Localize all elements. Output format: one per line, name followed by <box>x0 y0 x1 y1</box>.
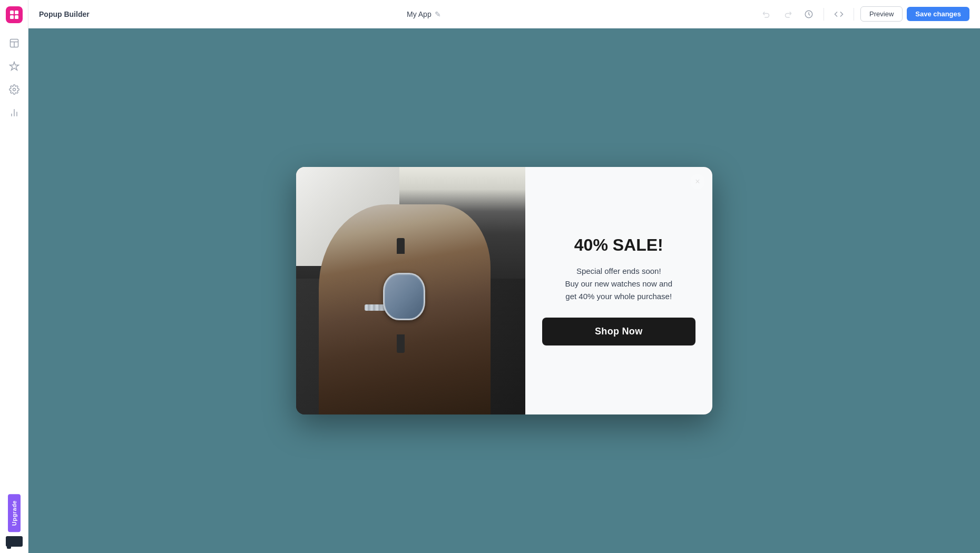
svg-rect-3 <box>15 15 18 19</box>
canvas[interactable]: × 40% SALE! Special offer ends soon! Buy… <box>28 28 980 553</box>
shop-now-button[interactable]: Shop Now <box>542 318 696 345</box>
code-button[interactable] <box>830 6 847 23</box>
svg-rect-0 <box>10 11 14 14</box>
svg-point-7 <box>13 88 15 91</box>
popup-description: Special offer ends soon! Buy our new wat… <box>565 265 672 303</box>
popup-close-button[interactable]: × <box>690 174 705 189</box>
sidebar: Upgrade <box>0 0 28 553</box>
topbar: Popup Builder My App ✎ <box>28 0 980 28</box>
history-button[interactable] <box>800 6 817 23</box>
watch-strap-bottom <box>397 334 405 353</box>
app-name-area: My App ✎ <box>96 10 752 18</box>
undo-button[interactable] <box>758 6 775 23</box>
popup-content-panel: 40% SALE! Special offer ends soon! Buy o… <box>525 167 713 414</box>
redo-button[interactable] <box>779 6 796 23</box>
app-name-label: My App <box>407 10 432 18</box>
sidebar-item-elements[interactable] <box>5 57 24 76</box>
app-logo[interactable] <box>6 6 23 23</box>
popup-image-area <box>296 167 525 414</box>
preview-button[interactable]: Preview <box>860 6 903 22</box>
footer-brand-icon <box>6 536 23 547</box>
popup-container: × 40% SALE! Special offer ends soon! Buy… <box>296 167 712 414</box>
sidebar-item-settings[interactable] <box>5 80 24 99</box>
svg-rect-1 <box>15 11 18 14</box>
topbar-divider <box>824 8 824 21</box>
popup-desc-line2: Buy our new watches now and <box>565 279 672 288</box>
svg-rect-2 <box>10 15 14 19</box>
upgrade-button[interactable]: Upgrade <box>8 494 21 532</box>
watch-face <box>383 273 425 320</box>
sidebar-item-analytics[interactable] <box>5 103 24 122</box>
sidebar-item-layout[interactable] <box>5 34 24 53</box>
main-area: Popup Builder My App ✎ <box>28 0 980 553</box>
app-title: Popup Builder <box>39 10 90 18</box>
topbar-divider-2 <box>854 8 854 21</box>
popup-desc-line1: Special offer ends soon! <box>576 266 661 275</box>
sidebar-bottom: Upgrade <box>6 494 23 547</box>
edit-app-name-icon[interactable]: ✎ <box>435 10 441 18</box>
save-changes-button[interactable]: Save changes <box>907 7 969 21</box>
popup-sale-title: 40% SALE! <box>574 236 663 254</box>
popup-desc-line3: get 40% your whole purchase! <box>565 292 672 301</box>
topbar-actions: Preview Save changes <box>758 6 969 23</box>
watch-strap-top <box>397 238 405 254</box>
